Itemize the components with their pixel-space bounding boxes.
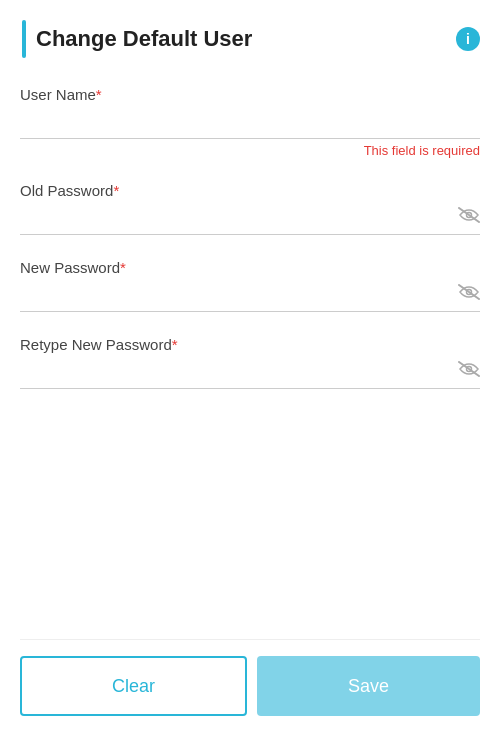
- old-password-input-row: [20, 205, 480, 235]
- old-password-input[interactable]: [20, 205, 450, 230]
- clear-button[interactable]: Clear: [20, 656, 247, 716]
- new-password-input[interactable]: [20, 282, 450, 307]
- retype-password-label: Retype New Password*: [20, 336, 480, 353]
- form-section: User Name* This field is required Old Pa…: [20, 86, 480, 736]
- retype-password-input[interactable]: [20, 359, 450, 384]
- save-button[interactable]: Save: [257, 656, 480, 716]
- user-name-input-row: [20, 109, 480, 139]
- new-password-eye-icon[interactable]: [450, 284, 480, 305]
- retype-password-input-row: [20, 359, 480, 389]
- old-password-label: Old Password*: [20, 182, 480, 199]
- header: Change Default User i: [20, 20, 480, 58]
- retype-password-eye-icon[interactable]: [450, 361, 480, 382]
- page-title: Change Default User: [36, 26, 456, 52]
- user-name-label: User Name*: [20, 86, 480, 103]
- info-icon[interactable]: i: [456, 27, 480, 51]
- new-password-group: New Password*: [20, 259, 480, 312]
- new-password-label: New Password*: [20, 259, 480, 276]
- page-container: Change Default User i User Name* This fi…: [0, 0, 500, 736]
- old-password-group: Old Password*: [20, 182, 480, 235]
- user-name-error: This field is required: [20, 143, 480, 158]
- retype-password-group: Retype New Password*: [20, 336, 480, 389]
- user-name-group: User Name* This field is required: [20, 86, 480, 158]
- new-password-input-row: [20, 282, 480, 312]
- header-accent-bar: [22, 20, 26, 58]
- user-name-input[interactable]: [20, 109, 480, 134]
- button-row: Clear Save: [20, 639, 480, 736]
- old-password-eye-icon[interactable]: [450, 207, 480, 228]
